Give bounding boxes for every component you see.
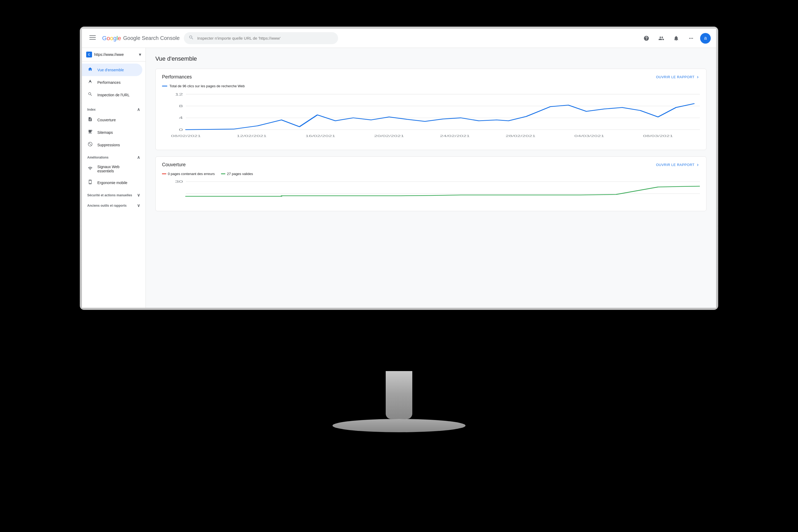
menu-icon[interactable] (87, 32, 98, 44)
sidebar-item-vue-ensemble[interactable]: Vue d'ensemble (82, 63, 142, 76)
section-securite-chevron[interactable]: ∨ (137, 193, 140, 198)
couverture-report-link[interactable]: OUVRIR LE RAPPORT (656, 163, 700, 167)
inspection-icon (87, 92, 93, 98)
svg-text:16/02/2021: 16/02/2021 (305, 134, 335, 138)
search-input[interactable] (197, 36, 333, 40)
sidebar-section-securite: Sécurité et actions manuelles ∨ (82, 189, 146, 199)
app-name: Google Search Console (123, 35, 179, 41)
main-layout: C https://www.//wwe ▾ Vue d'ensemble (82, 48, 716, 308)
section-securite-label: Sécurité et actions manuelles (87, 193, 132, 197)
svg-text:12: 12 (175, 92, 183, 96)
gsc-header: Google Google Search Console (82, 29, 716, 48)
sidebar-label-couverture: Couverture (97, 118, 116, 122)
error-legend-dot (162, 173, 166, 174)
sidebar-nav: Vue d'ensemble Performances (82, 61, 146, 103)
svg-text:12/02/2021: 12/02/2021 (237, 134, 267, 138)
svg-rect-2 (89, 39, 96, 40)
logo-g2: g (113, 35, 116, 41)
apps-button[interactable] (685, 33, 697, 44)
property-url: https://www.//wwe (94, 52, 137, 57)
sidebar-section-index: Index ∧ (82, 103, 146, 114)
couverture-legend-errors: 0 pages contenant des erreurs (162, 172, 215, 176)
sidebar-item-couverture[interactable]: Couverture (82, 114, 142, 126)
couverture-card-body: 0 pages contenant des erreurs 27 pages v… (156, 172, 706, 211)
section-anciens-chevron[interactable]: ∨ (137, 203, 140, 208)
svg-text:30: 30 (175, 180, 183, 183)
logo-o1: o (107, 35, 110, 41)
performances-card-body: Total de 96 clics sur les pages de reche… (156, 84, 706, 150)
search-bar[interactable] (184, 32, 338, 44)
ameliorations-items: Signaux Web essentiels Ergonomie mobile (82, 162, 146, 189)
svg-text:04/03/2021: 04/03/2021 (574, 134, 604, 138)
sidebar-item-ergonomie[interactable]: Ergonomie mobile (82, 176, 142, 189)
sidebar-label-sitemaps: Sitemaps (97, 130, 113, 135)
sidebar-section-ameliorations: Améliorations ∧ (82, 151, 146, 162)
performances-card-header: Performances OUVRIR LE RAPPORT (156, 69, 706, 84)
monitor-stand (373, 371, 425, 432)
property-selector[interactable]: C https://www.//wwe ▾ (82, 48, 146, 61)
logo-e: e (118, 35, 121, 41)
performances-legend: Total de 96 clics sur les pages de reche… (162, 84, 700, 88)
couverture-legends: 0 pages contenant des erreurs 27 pages v… (162, 172, 700, 176)
sidebar-label-performances: Performances (97, 80, 120, 84)
svg-text:4: 4 (179, 116, 183, 120)
svg-rect-1 (89, 37, 96, 38)
svg-text:20/02/2021: 20/02/2021 (374, 134, 404, 138)
performances-chart-svg: 12 8 4 0 08/02/2021 12/02/2021 16/02/202… (162, 91, 700, 145)
header-actions: a (641, 33, 711, 44)
error-legend-text: 0 pages contenant des erreurs (168, 172, 215, 176)
notifications-button[interactable] (670, 33, 682, 44)
svg-text:24/02/2021: 24/02/2021 (440, 134, 470, 138)
performances-legend-dot (162, 86, 167, 87)
main-content: Vue d'ensemble Performances OUVRIR LE RA… (146, 48, 716, 308)
user-avatar[interactable]: a (700, 33, 711, 44)
svg-text:08/03/2021: 08/03/2021 (643, 134, 673, 138)
couverture-card-header: Couverture OUVRIR LE RAPPORT (156, 157, 706, 172)
valid-legend-text: 27 pages valides (227, 172, 253, 176)
svg-text:8: 8 (179, 104, 183, 108)
ergonomie-icon (87, 179, 93, 186)
performances-report-link[interactable]: OUVRIR LE RAPPORT (656, 75, 700, 79)
sidebar-item-suppressions[interactable]: Suppressions (82, 138, 142, 151)
couverture-title: Couverture (162, 162, 186, 168)
section-index-chevron[interactable]: ∧ (137, 107, 140, 112)
signaux-web-icon (87, 166, 93, 172)
couverture-chart-svg: 30 (162, 179, 700, 206)
monitor-neck (386, 371, 412, 419)
valid-legend-dot (221, 173, 225, 174)
sidebar-item-sitemaps[interactable]: Sitemaps (82, 126, 142, 138)
gsc-application: Google Google Search Console (82, 29, 716, 308)
home-icon (87, 67, 93, 73)
sidebar-label-signaux-web: Signaux Web essentiels (97, 165, 137, 173)
sidebar-section-anciens-outils: Anciens outils et rapports ∨ (82, 199, 146, 210)
help-button[interactable] (641, 33, 652, 44)
sidebar-label-inspection: Inspection de l'URL (97, 93, 130, 97)
users-button[interactable] (656, 33, 667, 44)
svg-rect-0 (89, 35, 96, 36)
couverture-chart: 30 (162, 179, 700, 206)
section-ameliorations-label: Améliorations (87, 156, 109, 159)
app-logo: Google Google Search Console (102, 35, 179, 42)
index-items: Couverture Sitemaps (82, 114, 146, 151)
sitemaps-icon (87, 129, 93, 135)
performances-title: Performances (162, 74, 192, 80)
page-title: Vue d'ensemble (155, 55, 706, 62)
search-icon (189, 35, 194, 41)
property-dropdown-icon: ▾ (139, 52, 141, 57)
sidebar: C https://www.//wwe ▾ Vue d'ensemble (82, 48, 146, 308)
sidebar-item-performances[interactable]: Performances (82, 76, 142, 89)
svg-line-4 (89, 143, 92, 146)
performances-legend-text: Total de 96 clics sur les pages de reche… (169, 84, 245, 88)
performances-icon (87, 79, 93, 86)
performances-card: Performances OUVRIR LE RAPPORT Total de … (155, 69, 706, 150)
performances-chart: 12 8 4 0 08/02/2021 12/02/2021 16/02/202… (162, 91, 700, 145)
sidebar-label-ergonomie: Ergonomie mobile (97, 180, 128, 185)
sidebar-item-inspection[interactable]: Inspection de l'URL (82, 89, 142, 101)
couverture-card: Couverture OUVRIR LE RAPPORT 0 pages con… (155, 156, 706, 211)
sidebar-label-suppressions: Suppressions (97, 143, 120, 147)
svg-text:28/02/2021: 28/02/2021 (506, 134, 535, 138)
section-ameliorations-chevron[interactable]: ∧ (137, 155, 140, 160)
sidebar-item-signaux-web[interactable]: Signaux Web essentiels (82, 162, 142, 176)
property-favicon: C (86, 52, 92, 57)
section-anciens-label: Anciens outils et rapports (87, 204, 127, 208)
